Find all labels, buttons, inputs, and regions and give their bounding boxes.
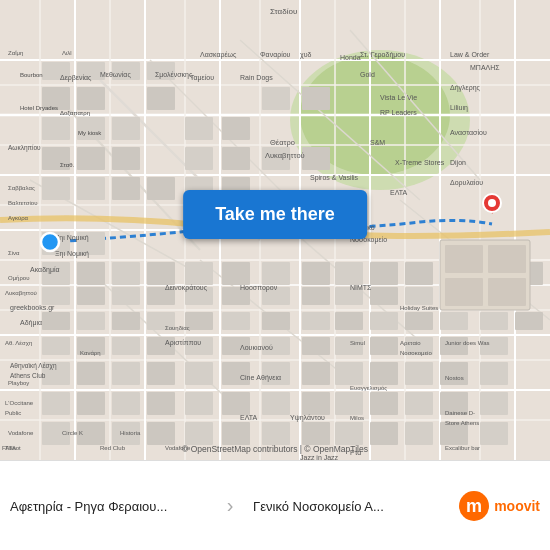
svg-rect-93 (370, 287, 398, 305)
svg-text:Simul: Simul (350, 340, 365, 346)
svg-rect-108 (222, 312, 250, 330)
svg-text:Cine Αθήνεια: Cine Αθήνεια (240, 374, 281, 382)
svg-text:Junior does Was: Junior does Was (445, 340, 489, 346)
svg-text:L'Occitane: L'Occitane (5, 400, 34, 406)
svg-rect-147 (302, 392, 330, 415)
svg-text:Σταδίου: Σταδίου (270, 7, 297, 16)
svg-rect-170 (488, 278, 526, 306)
svg-rect-168 (488, 245, 526, 273)
svg-rect-74 (185, 262, 213, 285)
svg-rect-103 (405, 312, 433, 330)
svg-rect-85 (77, 287, 105, 305)
svg-rect-79 (370, 262, 398, 285)
svg-text:Νοσοκομείο: Νοσοκομείο (400, 350, 432, 356)
svg-text:ΕΛΤΑ: ΕΛΤΑ (240, 414, 258, 421)
svg-rect-75 (222, 262, 250, 285)
svg-text:Σμολένσκης: Σμολένσκης (155, 71, 193, 79)
svg-text:Στ. Γεροδήμου: Στ. Γεροδήμου (360, 51, 405, 59)
svg-text:Λουκιανού: Λουκιανού (240, 344, 273, 351)
svg-text:Σίνα: Σίνα (8, 250, 20, 256)
svg-rect-99 (405, 262, 433, 285)
svg-text:Red Club: Red Club (100, 445, 126, 451)
svg-rect-77 (302, 262, 330, 285)
svg-text:Δήγλερης: Δήγλερης (450, 84, 481, 92)
svg-text:Vista Le Vie: Vista Le Vie (380, 94, 417, 101)
svg-point-258 (488, 199, 496, 207)
svg-text:Vodafone: Vodafone (8, 430, 34, 436)
svg-rect-140 (42, 392, 70, 415)
svg-rect-161 (335, 422, 363, 445)
svg-text:Δεινοκράτους: Δεινοκράτους (165, 284, 208, 292)
svg-text:greekbooks.gr: greekbooks.gr (10, 304, 55, 312)
svg-rect-138 (440, 362, 468, 385)
svg-rect-136 (370, 362, 398, 385)
svg-text:Ομήρου: Ομήρου (8, 275, 30, 281)
svg-rect-46 (77, 87, 105, 110)
svg-text:Athens Club: Athens Club (10, 372, 46, 379)
svg-text:Circle K: Circle K (62, 430, 83, 436)
svg-rect-76 (262, 262, 290, 285)
svg-rect-150 (405, 392, 433, 415)
svg-text:Ηooσπορον: Ηooσπορον (240, 284, 278, 292)
svg-text:Αγκύρα: Αγκύρα (8, 215, 29, 221)
svg-rect-52 (77, 147, 105, 170)
svg-rect-106 (302, 312, 330, 330)
svg-text:Σαββαλας: Σαββαλας (8, 185, 35, 191)
svg-text:Ξηι Νομική: Ξηι Νομική (55, 250, 89, 258)
svg-rect-64 (185, 147, 213, 170)
svg-point-256 (41, 233, 59, 251)
svg-rect-62 (262, 87, 290, 110)
svg-text:Store Athens: Store Athens (445, 420, 479, 426)
svg-text:Μεθωνίας: Μεθωνίας (100, 71, 131, 79)
svg-rect-143 (147, 392, 175, 415)
svg-rect-112 (77, 312, 105, 330)
svg-text:m: m (466, 496, 482, 516)
svg-text:Αναστασίου: Αναστασίου (450, 129, 487, 136)
svg-text:Κανάρη: Κανάρη (80, 350, 101, 356)
svg-rect-54 (42, 177, 70, 200)
svg-text:Rain Dogs: Rain Dogs (240, 74, 273, 82)
svg-rect-160 (302, 422, 330, 445)
svg-rect-169 (445, 278, 483, 306)
svg-rect-91 (302, 287, 330, 305)
svg-rect-82 (112, 262, 140, 285)
svg-text:Excalibur bar: Excalibur bar (445, 445, 480, 451)
svg-text:Law & Order: Law & Order (450, 51, 490, 58)
svg-rect-101 (515, 312, 543, 330)
svg-text:Βαλτετσίου: Βαλτετσίου (8, 200, 37, 206)
svg-text:Ταμείου: Ταμείου (190, 74, 214, 82)
svg-rect-102 (440, 312, 468, 330)
svg-text:Ακαδημία: Ακαδημία (30, 266, 60, 274)
svg-rect-94 (405, 287, 433, 305)
svg-rect-113 (42, 312, 70, 330)
svg-text:Αδήμια: Αδήμια (20, 319, 42, 327)
svg-text:Λυκαβηττού: Λυκαβηττού (265, 151, 305, 160)
svg-text:Jazz in Jazz: Jazz in Jazz (300, 454, 339, 460)
svg-text:© OpenStreetMap contributors |: © OpenStreetMap contributors | © OpenMap… (182, 444, 368, 454)
svg-rect-63 (302, 87, 330, 110)
footer-bar: Αφετηρία - Ρηγα Φεραιου... › Γενικό Νοσο… (0, 460, 550, 550)
svg-text:Ευαγγελισμός: Ευαγγελισμός (350, 385, 387, 391)
svg-rect-116 (112, 337, 140, 355)
svg-rect-156 (147, 422, 175, 445)
svg-rect-129 (112, 362, 140, 385)
svg-text:RP Leaders: RP Leaders (380, 109, 417, 116)
svg-text:Αωκληπίου: Αωκληπίου (8, 144, 41, 152)
svg-rect-121 (302, 337, 330, 355)
svg-text:Αθηναϊκή Λέσχη: Αθηναϊκή Λέσχη (10, 362, 57, 370)
svg-text:Public: Public (5, 410, 21, 416)
svg-text:Liliuιη: Liliuιη (450, 104, 468, 112)
svg-text:Dijon: Dijon (450, 159, 466, 167)
svg-rect-141 (77, 392, 105, 415)
svg-text:Αριστίππου: Αριστίππου (165, 339, 201, 347)
svg-text:Σουηδίας: Σουηδίας (165, 325, 190, 331)
svg-text:Holiday Suites: Holiday Suites (400, 305, 438, 311)
svg-rect-67 (302, 147, 330, 170)
svg-text:Αρεταίο: Αρεταίο (400, 340, 421, 346)
svg-rect-78 (335, 262, 363, 285)
svg-text:χυδ: χυδ (300, 51, 312, 59)
svg-text:Bourbon: Bourbon (20, 72, 43, 78)
svg-rect-47 (147, 87, 175, 110)
take-me-there-button[interactable]: Take me there (183, 190, 367, 239)
svg-rect-146 (262, 392, 290, 415)
